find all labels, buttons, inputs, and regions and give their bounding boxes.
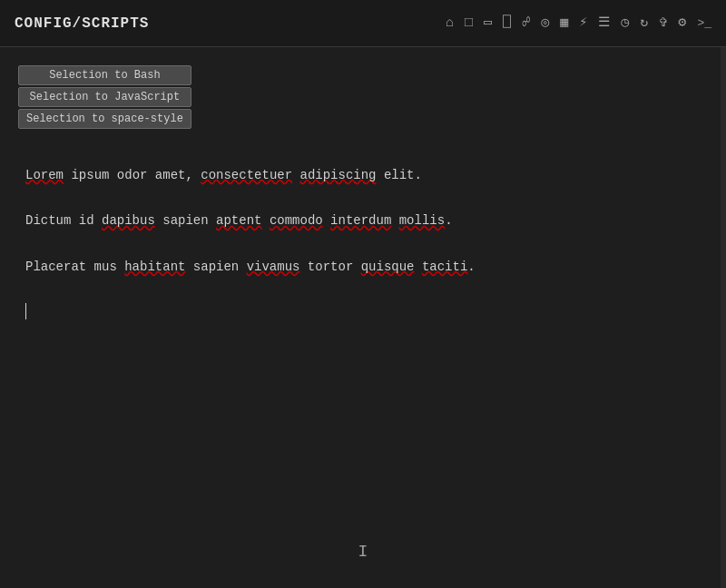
page-title: CONFIG/SCRIPTS — [15, 15, 149, 32]
selection-bash-button[interactable]: Selection to Bash — [18, 65, 191, 85]
columns-icon[interactable]: ✞ — [659, 16, 667, 30]
word-quisque: quisque — [361, 260, 415, 274]
selection-javascript-button[interactable]: Selection to JavaScript — [18, 87, 191, 107]
eye-icon[interactable]: ◎ — [541, 16, 549, 30]
clock-icon[interactable]: ◷ — [621, 16, 629, 30]
word-taciti: taciti — [422, 260, 467, 274]
word-dapibus: dapibus — [102, 213, 155, 228]
refresh-icon[interactable]: ↻ — [640, 16, 648, 30]
file-icon[interactable]: ▭ — [484, 16, 492, 30]
word-adipiscing: adipiscing — [300, 168, 377, 182]
word-mollis: mollis — [399, 213, 445, 228]
trash-icon[interactable]: ⎕ — [503, 16, 511, 30]
word-interdum: interdum — [330, 213, 391, 228]
bolt-icon[interactable]: ⚡ — [579, 16, 587, 30]
folder-icon[interactable]: □ — [465, 16, 473, 30]
context-menu: Selection to Bash Selection to JavaScrip… — [18, 65, 191, 129]
ibeam-cursor: I — [358, 543, 368, 561]
text-editor-content: Lorem ipsum odor amet, consectetuer adip… — [18, 156, 708, 329]
list-icon[interactable]: ☰ — [598, 16, 610, 30]
selection-space-style-button[interactable]: Selection to space-style — [18, 109, 191, 129]
main-content: Selection to Bash Selection to JavaScrip… — [0, 47, 726, 588]
word-aptent: aptent — [216, 213, 261, 228]
word-habitant: habitant — [124, 260, 185, 274]
word-vivamus: vivamus — [247, 260, 300, 274]
paragraph-1: Lorem ipsum odor amet, consectetuer adip… — [25, 165, 701, 185]
search-icon[interactable]: ☍ — [522, 16, 530, 30]
header-bar: CONFIG/SCRIPTS ⌂ □ ▭ ⎕ ☍ ◎ ▦ ⚡ ☰ ◷ ↻ ✞ ⚙… — [0, 0, 726, 47]
word-dictum: Dictum id — [25, 213, 102, 228]
word-consectetuer: consectetuer — [201, 168, 292, 182]
word-commodo: commodo — [270, 213, 323, 228]
word-placerat: Placerat mus — [25, 260, 124, 274]
terminal-icon[interactable]: >_ — [697, 17, 711, 29]
scrollbar[interactable] — [721, 47, 726, 588]
grid-icon[interactable]: ▦ — [560, 16, 568, 30]
settings-icon[interactable]: ⚙ — [678, 16, 686, 30]
home-icon[interactable]: ⌂ — [446, 16, 454, 30]
word-lorem: Lorem — [25, 168, 64, 182]
text-cursor — [25, 303, 26, 319]
cursor-line — [25, 302, 701, 320]
word-odor: odor amet, — [117, 168, 201, 182]
word-ipsum: ipsum — [71, 168, 109, 182]
header-toolbar: ⌂ □ ▭ ⎕ ☍ ◎ ▦ ⚡ ☰ ◷ ↻ ✞ ⚙ >_ — [446, 16, 711, 30]
paragraph-2: Dictum id dapibus sapien aptent commodo … — [25, 211, 701, 230]
paragraph-3: Placerat mus habitant sapien vivamus tor… — [25, 257, 701, 277]
